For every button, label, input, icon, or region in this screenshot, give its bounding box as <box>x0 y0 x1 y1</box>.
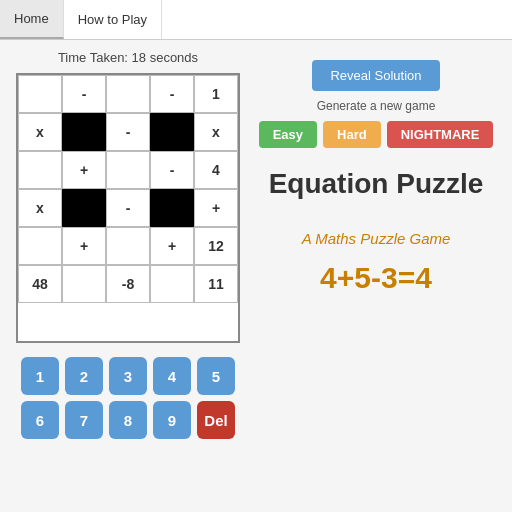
num-btn-2[interactable]: 2 <box>65 357 103 395</box>
num-btn-3[interactable]: 3 <box>109 357 147 395</box>
num-btn-1[interactable]: 1 <box>21 357 59 395</box>
cell-4-1[interactable]: + <box>62 227 106 265</box>
cell-4-3[interactable]: + <box>150 227 194 265</box>
cell-3-3-black <box>150 189 194 227</box>
cell-0-0 <box>18 75 62 113</box>
cell-3-4[interactable]: + <box>194 189 238 227</box>
left-panel: Time Taken: 18 seconds - - 1 x - x + - 4… <box>16 50 240 439</box>
cell-5-2: -8 <box>106 265 150 303</box>
puzzle-subtitle: A Maths Puzzle Game <box>302 230 451 247</box>
hard-button[interactable]: Hard <box>323 121 381 148</box>
del-button[interactable]: Del <box>197 401 235 439</box>
equation-display: 4+5-3=4 <box>320 261 432 295</box>
cell-2-3[interactable]: - <box>150 151 194 189</box>
num-btn-8[interactable]: 8 <box>109 401 147 439</box>
cell-3-2[interactable]: - <box>106 189 150 227</box>
cell-5-1 <box>62 265 106 303</box>
cell-1-3-black <box>150 113 194 151</box>
cell-0-3[interactable]: - <box>150 75 194 113</box>
cell-3-0[interactable]: x <box>18 189 62 227</box>
cell-0-1[interactable]: - <box>62 75 106 113</box>
navbar: Home How to Play <box>0 0 512 40</box>
cell-4-4: 12 <box>194 227 238 265</box>
cell-5-4: 11 <box>194 265 238 303</box>
puzzle-title: Equation Puzzle <box>269 168 484 200</box>
reveal-solution-button[interactable]: Reveal Solution <box>312 60 439 91</box>
num-btn-6[interactable]: 6 <box>21 401 59 439</box>
cell-4-2 <box>106 227 150 265</box>
num-row-2: 6 7 8 9 Del <box>21 401 235 439</box>
puzzle-grid: - - 1 x - x + - 4 x - + + + <box>16 73 240 343</box>
cell-2-1[interactable]: + <box>62 151 106 189</box>
num-btn-7[interactable]: 7 <box>65 401 103 439</box>
cell-1-1-black <box>62 113 106 151</box>
num-btn-4[interactable]: 4 <box>153 357 191 395</box>
main-content: Time Taken: 18 seconds - - 1 x - x + - 4… <box>0 40 512 449</box>
generate-label: Generate a new game <box>317 99 436 113</box>
cell-1-0[interactable]: x <box>18 113 62 151</box>
cell-2-0 <box>18 151 62 189</box>
cell-0-4: 1 <box>194 75 238 113</box>
cell-5-3 <box>150 265 194 303</box>
difficulty-row: Easy Hard NIGHTMARE <box>259 121 494 148</box>
cell-2-2 <box>106 151 150 189</box>
nav-home[interactable]: Home <box>0 0 64 39</box>
right-panel: Reveal Solution Generate a new game Easy… <box>256 50 496 439</box>
cell-4-0 <box>18 227 62 265</box>
num-row-1: 1 2 3 4 5 <box>21 357 235 395</box>
nav-how-to-play[interactable]: How to Play <box>64 0 162 39</box>
num-btn-9[interactable]: 9 <box>153 401 191 439</box>
cell-5-0: 48 <box>18 265 62 303</box>
cell-0-2 <box>106 75 150 113</box>
timer-label: Time Taken: 18 seconds <box>58 50 198 65</box>
cell-3-1-black <box>62 189 106 227</box>
num-btn-5[interactable]: 5 <box>197 357 235 395</box>
cell-1-4[interactable]: x <box>194 113 238 151</box>
cell-1-2[interactable]: - <box>106 113 150 151</box>
easy-button[interactable]: Easy <box>259 121 317 148</box>
cell-2-4: 4 <box>194 151 238 189</box>
nightmare-button[interactable]: NIGHTMARE <box>387 121 494 148</box>
number-pad: 1 2 3 4 5 6 7 8 9 Del <box>21 357 235 439</box>
